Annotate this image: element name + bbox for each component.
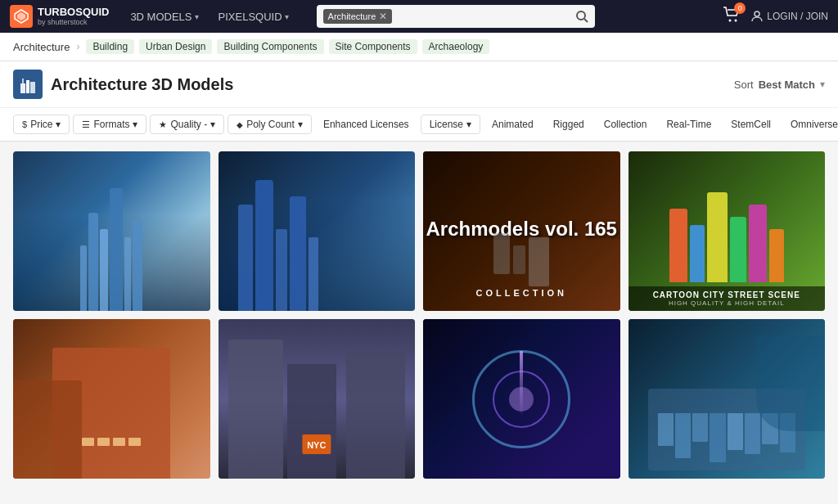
page-header: Architecture 3D Models Sort Best Match ▾ xyxy=(0,61,838,108)
svg-point-5 xyxy=(735,19,737,21)
page-title: Architecture 3D Models xyxy=(51,75,233,94)
breadcrumb-bar: Architecture › Building Urban Design Bui… xyxy=(0,33,838,61)
svg-rect-10 xyxy=(22,79,24,83)
filter-license[interactable]: License ▾ xyxy=(421,115,480,134)
breadcrumb-separator: › xyxy=(76,41,79,52)
filter-omniverse[interactable]: Omniverse xyxy=(782,115,838,133)
formats-icon: ☰ xyxy=(82,119,90,130)
login-button[interactable]: LOGIN / JOIN xyxy=(750,10,828,23)
filter-quality[interactable]: ★ Quality - ▾ xyxy=(150,115,224,134)
nyc-sign: NYC xyxy=(307,440,326,450)
filter-realtime[interactable]: Real-Time xyxy=(658,115,719,133)
filter-collection[interactable]: Collection xyxy=(596,115,656,133)
filter-formats[interactable]: ☰ Formats ▾ xyxy=(73,115,146,134)
page-icon xyxy=(13,70,43,99)
grid-item-nyc-street[interactable]: NYC xyxy=(219,319,416,479)
svg-line-3 xyxy=(584,19,588,22)
search-input[interactable] xyxy=(395,11,574,22)
archmodels-collection-label: COLLECTION xyxy=(423,288,620,298)
filter-stemcell[interactable]: StemCell xyxy=(723,115,779,133)
cartoon-title: CARTOON CITY STREET SCENE xyxy=(633,290,821,299)
quality-icon: ★ xyxy=(159,119,167,130)
logo-text: TURBOSQUID by shutterstock xyxy=(38,7,109,26)
svg-rect-7 xyxy=(20,83,25,93)
svg-point-2 xyxy=(577,11,585,20)
search-tag-remove[interactable]: ✕ xyxy=(379,11,387,22)
breadcrumb-urban-design[interactable]: Urban Design xyxy=(139,39,212,54)
breadcrumb-archaeology[interactable]: Archaeology xyxy=(422,39,490,54)
filter-poly-count[interactable]: ◆ Poly Count ▾ xyxy=(228,115,312,134)
poly-arrow: ▾ xyxy=(298,119,303,130)
sort-arrow-icon: ▾ xyxy=(820,79,825,90)
search-bar: Architecture ✕ xyxy=(317,5,595,28)
search-tag[interactable]: Architecture ✕ xyxy=(323,9,393,24)
logo-icon xyxy=(10,5,33,28)
breadcrumb-building-components[interactable]: Building Components xyxy=(217,39,323,54)
grid-item-cartoon-city[interactable]: CARTOON CITY STREET SCENE HIGH QUALITY &… xyxy=(628,151,826,311)
cart-button[interactable]: 0 xyxy=(723,7,741,27)
filter-rigged[interactable]: Rigged xyxy=(545,115,592,133)
cart-count: 0 xyxy=(734,2,746,14)
poly-icon: ◆ xyxy=(237,120,243,129)
nav-pixel-arrow: ▾ xyxy=(285,12,289,21)
svg-point-4 xyxy=(729,19,732,21)
page-title-area: Architecture 3D Models xyxy=(13,70,233,99)
filter-animated[interactable]: Animated xyxy=(484,115,542,133)
breadcrumb-site-components[interactable]: Site Components xyxy=(329,39,417,54)
breadcrumb-building[interactable]: Building xyxy=(86,39,134,54)
license-arrow: ▾ xyxy=(466,119,471,130)
grid-item-futuristic-aerial[interactable] xyxy=(423,319,620,479)
filter-enhanced[interactable]: Enhanced Licenses xyxy=(315,115,417,133)
grid-item-futuristic-city[interactable] xyxy=(13,151,210,311)
sort-label: Sort xyxy=(734,79,754,91)
sort-area: Sort Best Match ▾ xyxy=(734,79,825,91)
filter-price[interactable]: $ Price ▾ xyxy=(13,115,70,134)
grid-item-archmodels[interactable]: Archmodels vol. 165 COLLECTION xyxy=(423,151,620,311)
main-nav: 3D MODELS ▾ PIXELSQUID ▾ xyxy=(122,7,296,26)
svg-marker-1 xyxy=(17,12,25,20)
filter-bar: $ Price ▾ ☰ Formats ▾ ★ Quality - ▾ ◆ Po… xyxy=(0,108,838,142)
breadcrumb-subitems: Building Urban Design Building Component… xyxy=(86,39,489,54)
grid-item-blue-city[interactable] xyxy=(219,151,416,311)
grid-item-brick-building[interactable] xyxy=(13,319,210,479)
grid-item-aerial-city[interactable] xyxy=(628,319,826,479)
svg-rect-9 xyxy=(30,82,35,93)
price-icon: $ xyxy=(22,119,27,129)
sort-value[interactable]: Best Match xyxy=(759,79,815,91)
top-navigation: TURBOSQUID by shutterstock 3D MODELS ▾ P… xyxy=(0,0,838,33)
quality-arrow: ▾ xyxy=(210,119,215,130)
nav-pixelsquid[interactable]: PIXELSQUID ▾ xyxy=(210,7,297,26)
logo[interactable]: TURBOSQUID by shutterstock xyxy=(10,5,109,28)
image-grid: Archmodels vol. 165 COLLECTION xyxy=(0,142,838,488)
search-button[interactable] xyxy=(575,10,588,23)
breadcrumb-root[interactable]: Architecture xyxy=(13,41,70,53)
cartoon-sub: HIGH QUALITY & HIGH DETAIL xyxy=(633,299,821,307)
svg-point-6 xyxy=(755,11,759,16)
formats-arrow: ▾ xyxy=(133,119,137,130)
svg-rect-8 xyxy=(26,80,29,93)
nav-right: 0 LOGIN / JOIN xyxy=(723,7,828,27)
nav-3d-arrow: ▾ xyxy=(195,12,199,21)
price-arrow: ▾ xyxy=(56,119,61,130)
nav-3d-models[interactable]: 3D MODELS ▾ xyxy=(122,7,206,26)
